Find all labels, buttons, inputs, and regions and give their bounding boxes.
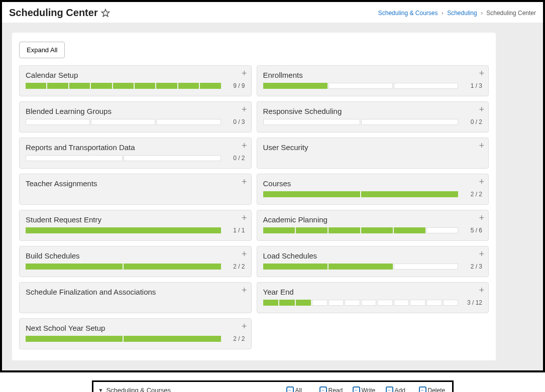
progress-segment (156, 119, 221, 125)
checkbox-icon[interactable]: − (386, 386, 393, 392)
progress-row: 0 / 2 (26, 155, 245, 162)
progress-segment (410, 300, 425, 306)
perm-checkbox-item[interactable]: −Read (319, 386, 348, 392)
page-title: Scheduling Center (9, 7, 98, 19)
chevron-right-icon: › (442, 10, 444, 17)
progress-segments (26, 227, 221, 233)
tile-title: Responsive Scheduling (263, 107, 483, 115)
tile[interactable]: Enrollments+1 / 3 (257, 65, 489, 96)
tile[interactable]: Reports and Transportation Data+0 / 2 (19, 138, 252, 169)
tile-title: Build Schedules (26, 251, 245, 260)
plus-icon[interactable]: + (242, 105, 247, 114)
progress-segment (135, 83, 155, 89)
progress-segment (394, 264, 458, 270)
tile[interactable]: Build Schedules+2 / 2 (19, 246, 252, 277)
perm-checkbox-item[interactable]: −Delete (419, 386, 447, 392)
checkbox-icon[interactable]: − (286, 386, 294, 392)
progress-segment (361, 191, 458, 197)
progress-segment (69, 83, 90, 89)
tiles-grid: Calendar Setup+9 / 9Enrollments+1 / 3Ble… (19, 65, 489, 349)
tile[interactable]: Schedule Finalization and Associations+ (19, 282, 252, 313)
tile[interactable]: Responsive Scheduling+0 / 2 (257, 101, 489, 133)
checkbox-icon[interactable]: − (319, 386, 327, 392)
progress-segment (26, 83, 46, 89)
progress-segments (263, 191, 459, 197)
plus-icon[interactable]: + (479, 249, 484, 258)
breadcrumb-root[interactable]: Scheduling & Courses (378, 10, 438, 17)
progress-segment (296, 227, 328, 233)
progress-segment (178, 83, 199, 89)
progress-segment (329, 264, 393, 270)
checkbox-icon[interactable]: − (419, 386, 426, 392)
main-panel: Scheduling Center Scheduling & Courses ›… (0, 0, 545, 372)
tile[interactable]: Academic Planning+5 / 6 (257, 210, 489, 241)
progress-segment (26, 336, 123, 342)
tile-title: Calendar Setup (26, 71, 245, 79)
progress-segment (296, 300, 311, 306)
perm-checkbox-item[interactable]: −Add (386, 386, 414, 392)
progress-segment (263, 191, 360, 197)
tile[interactable]: Calendar Setup+9 / 9 (19, 65, 252, 96)
progress-segment (426, 227, 458, 233)
plus-icon[interactable]: + (242, 69, 247, 78)
tree-expand-icon[interactable]: ▼ (98, 387, 103, 392)
tile[interactable]: Load Schedules+2 / 3 (257, 246, 489, 277)
plus-icon[interactable]: + (479, 213, 484, 222)
progress-count: 2 / 2 (225, 335, 245, 342)
plus-icon[interactable]: + (479, 286, 484, 295)
progress-segment (113, 83, 134, 89)
progress-segment (361, 227, 393, 233)
progress-count: 2 / 3 (462, 263, 482, 270)
progress-count: 9 / 9 (225, 82, 245, 89)
plus-icon[interactable]: + (242, 177, 247, 186)
progress-segments (26, 155, 221, 161)
plus-icon[interactable]: + (242, 286, 247, 295)
tile[interactable]: Teacher Assignments+ (19, 174, 252, 205)
progress-segments (263, 300, 459, 306)
tile[interactable]: Courses+2 / 2 (257, 174, 489, 205)
expand-all-button[interactable]: Expand All (19, 42, 65, 58)
progress-segment (329, 227, 360, 233)
content-area: Expand All Calendar Setup+9 / 9Enrollmen… (2, 23, 543, 370)
plus-icon[interactable]: + (242, 213, 247, 222)
plus-icon[interactable]: + (479, 141, 484, 150)
progress-segment (394, 83, 458, 89)
progress-count: 0 / 3 (225, 118, 245, 125)
plus-icon[interactable]: + (242, 249, 247, 258)
plus-icon[interactable]: + (479, 177, 484, 186)
progress-count: 1 / 3 (462, 82, 482, 89)
progress-segment (91, 83, 112, 89)
progress-segment (200, 83, 221, 89)
progress-segment (394, 300, 409, 306)
progress-row: 9 / 9 (26, 82, 245, 89)
progress-segment (394, 227, 425, 233)
breadcrumb-mid[interactable]: Scheduling (447, 10, 477, 17)
tile[interactable]: Blended Learning Groups+0 / 3 (19, 101, 252, 133)
tile-title: Next School Year Setup (26, 324, 245, 332)
tile-title: Year End (263, 288, 483, 296)
progress-segments (26, 83, 221, 89)
tiles-card: Expand All Calendar Setup+9 / 9Enrollmen… (12, 33, 496, 360)
checkbox-icon[interactable]: − (353, 386, 360, 392)
chevron-right-icon: › (481, 10, 483, 17)
progress-segment (329, 83, 393, 89)
perm-col-label: Write (362, 387, 376, 393)
progress-count: 3 / 12 (462, 299, 482, 306)
tile-title: Load Schedules (263, 251, 483, 260)
progress-segment (26, 227, 221, 233)
tile[interactable]: User Security+ (257, 138, 489, 169)
tile-title: Schedule Finalization and Associations (26, 288, 245, 296)
plus-icon[interactable]: + (242, 322, 247, 331)
plus-icon[interactable]: + (479, 105, 484, 114)
perm-checkbox-item[interactable]: −Write (353, 386, 381, 392)
progress-count: 2 / 2 (462, 191, 482, 198)
tile[interactable]: Year End+3 / 12 (257, 282, 489, 313)
tile[interactable]: Student Request Entry+1 / 1 (19, 210, 252, 241)
perm-checkbox-item[interactable]: −All (286, 386, 314, 392)
tile[interactable]: Next School Year Setup+2 / 2 (19, 318, 252, 349)
plus-icon[interactable]: + (242, 141, 247, 150)
favorite-star-icon[interactable] (101, 9, 110, 18)
progress-count: 2 / 2 (225, 263, 245, 270)
progress-segment (361, 119, 458, 125)
plus-icon[interactable]: + (479, 69, 484, 78)
